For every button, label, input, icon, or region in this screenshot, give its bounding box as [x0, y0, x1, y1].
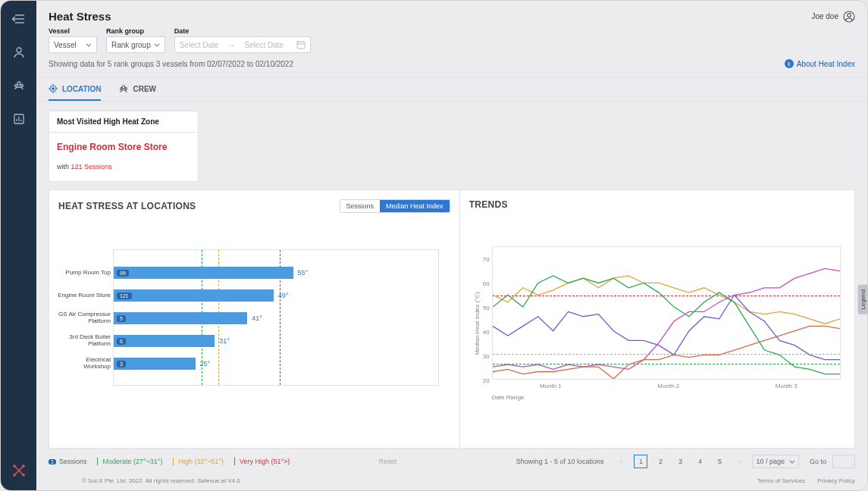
- sessions-badge-icon: 1: [49, 459, 56, 464]
- nav-toggle-icon[interactable]: [10, 10, 28, 28]
- svg-rect-19: [297, 42, 305, 48]
- page-title: Heat Stress: [49, 10, 111, 23]
- svg-point-13: [14, 465, 15, 467]
- svg-point-5: [14, 85, 17, 87]
- crew-icon: [119, 84, 128, 93]
- chevron-down-icon: [789, 460, 795, 464]
- about-heat-index-link[interactable]: i About Heat Index: [785, 59, 855, 68]
- terms-link[interactable]: Terms of Services: [757, 477, 806, 484]
- svg-point-3: [17, 48, 21, 52]
- toggle-median[interactable]: Median Heat Index: [380, 200, 450, 212]
- pagination-status: Showing 1 - 5 of 10 locations: [516, 458, 604, 465]
- legend-high-icon: [173, 458, 175, 465]
- page-3[interactable]: 3: [673, 455, 687, 468]
- pagination: Showing 1 - 5 of 10 locations ‹ 1 2 3 4 …: [516, 455, 855, 468]
- reset-button[interactable]: Reset: [379, 458, 397, 465]
- user-menu[interactable]: Joe doe: [811, 11, 855, 23]
- nav-reports-icon[interactable]: [10, 110, 28, 128]
- footer: © Sol-X Pte. Ltd. 2022. All rights reser…: [36, 474, 867, 490]
- bar-row: Pump Room Top9955°: [114, 267, 308, 279]
- user-name: Joe doe: [811, 12, 838, 20]
- legend: 1 Sessions Moderate (27°~31°) High (32°~…: [49, 458, 290, 465]
- legend-moderate-icon: [97, 458, 99, 465]
- svg-point-4: [17, 82, 20, 85]
- goto-label: Go to: [810, 458, 826, 465]
- page-size-select[interactable]: 10 / page: [752, 455, 799, 468]
- card-title: Most Visited High Heat Zone: [49, 111, 198, 133]
- bar-row: Engine Room Store12149°: [114, 289, 288, 302]
- chevron-down-icon: [154, 43, 160, 47]
- summary-text: Showing data for 5 rank groups 3 vessels…: [49, 60, 293, 68]
- copyright: © Sol-X Pte. Ltd. 2022. All rights reser…: [82, 477, 240, 484]
- date-label: Date: [174, 27, 311, 35]
- page-1[interactable]: 1: [634, 455, 647, 468]
- brand-logo-icon: [13, 464, 25, 480]
- calendar-icon: [296, 40, 306, 49]
- most-visited-card: Most Visited High Heat Zone Engine Room …: [49, 111, 199, 182]
- tab-location[interactable]: LOCATION: [49, 78, 101, 101]
- vessel-label: Vessel: [49, 27, 97, 35]
- page-2[interactable]: 2: [653, 455, 667, 468]
- arrow-right-icon: →: [227, 41, 235, 49]
- main-content: Heat Stress Joe doe Vessel Vessel Rank g…: [36, 1, 867, 490]
- svg-point-24: [52, 88, 55, 90]
- hot-location-name: Engine Room Store Store: [57, 142, 190, 152]
- svg-point-30: [121, 88, 123, 90]
- page-4[interactable]: 4: [693, 455, 707, 468]
- panel-bar-chart: HEAT STRESS AT LOCATIONS Sessions Median…: [49, 189, 460, 449]
- y-axis-label: Median Heat Index (°C): [473, 292, 480, 355]
- toggle-sessions[interactable]: Sessions: [340, 200, 381, 212]
- page-5[interactable]: 5: [713, 455, 726, 468]
- date-range-input[interactable]: Select Date → Select Date: [174, 36, 311, 53]
- rank-label: Rank group: [106, 27, 165, 35]
- avatar-icon: [843, 11, 855, 23]
- privacy-link[interactable]: Privacy Policy: [817, 477, 855, 484]
- location-icon: [49, 84, 58, 93]
- x-axis-label: Date Range: [492, 394, 845, 401]
- tab-crew[interactable]: CREW: [119, 78, 156, 101]
- bar-panel-title: HEAT STRESS AT LOCATIONS: [58, 201, 196, 211]
- info-icon: i: [785, 59, 794, 68]
- trends-panel-title: TRENDS: [469, 199, 508, 210]
- bottom-row: 1 Sessions Moderate (27°~31°) High (32°~…: [36, 449, 867, 474]
- bar-chart: Pump Room Top9955°Engine Room Store12149…: [113, 249, 439, 386]
- svg-point-14: [23, 465, 24, 467]
- bar-row: 3rd Deck Boiler Platform631°: [114, 335, 230, 347]
- bar-row: Electrical Workshop325°: [114, 358, 210, 370]
- sessions-line: with 121 Sessions: [57, 163, 190, 170]
- svg-point-15: [14, 474, 15, 476]
- goto-input[interactable]: [832, 455, 855, 468]
- content: Most Visited High Heat Zone Engine Room …: [36, 102, 867, 474]
- sidebar: [1, 1, 36, 490]
- rank-select[interactable]: Rank group: [106, 36, 165, 53]
- metric-toggle: Sessions Median Heat Index: [340, 199, 450, 213]
- svg-point-6: [20, 85, 23, 87]
- svg-point-18: [848, 13, 851, 17]
- line-chart: 203040506070: [492, 246, 841, 380]
- legend-sessions: Sessions: [59, 458, 87, 465]
- nav-crew-icon[interactable]: [10, 77, 28, 95]
- svg-point-16: [23, 474, 24, 476]
- panel-trends: TRENDS Median Heat Index (°C) 2030405060…: [460, 189, 855, 449]
- prev-page-button[interactable]: ‹: [614, 455, 628, 468]
- legend-veryhigh-icon: [234, 458, 237, 465]
- nav-user-icon[interactable]: [10, 43, 28, 61]
- vessel-select[interactable]: Vessel: [49, 36, 97, 53]
- tabs: LOCATION CREW: [36, 77, 867, 102]
- x-tick-labels: Month 1Month 2Month 3: [492, 383, 845, 389]
- legend-moderate: Moderate (27°~31°): [102, 458, 162, 465]
- legend-toggle[interactable]: Legend: [858, 285, 868, 314]
- legend-veryhigh: Very High (51°>): [240, 458, 290, 465]
- legend-high: High (32°~51°): [178, 458, 223, 465]
- bar-row: GS Air Compressor Platform541°: [114, 312, 262, 324]
- header: Heat Stress Joe doe Vessel Vessel Rank g…: [36, 1, 867, 68]
- chevron-down-icon: [86, 43, 92, 47]
- next-page-button[interactable]: ›: [732, 455, 746, 468]
- svg-point-31: [125, 88, 127, 90]
